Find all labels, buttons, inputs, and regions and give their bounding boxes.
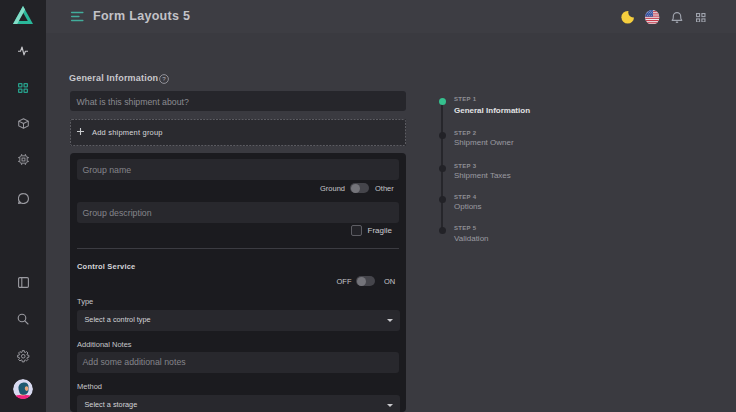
svg-text:?: ? bbox=[162, 75, 166, 82]
